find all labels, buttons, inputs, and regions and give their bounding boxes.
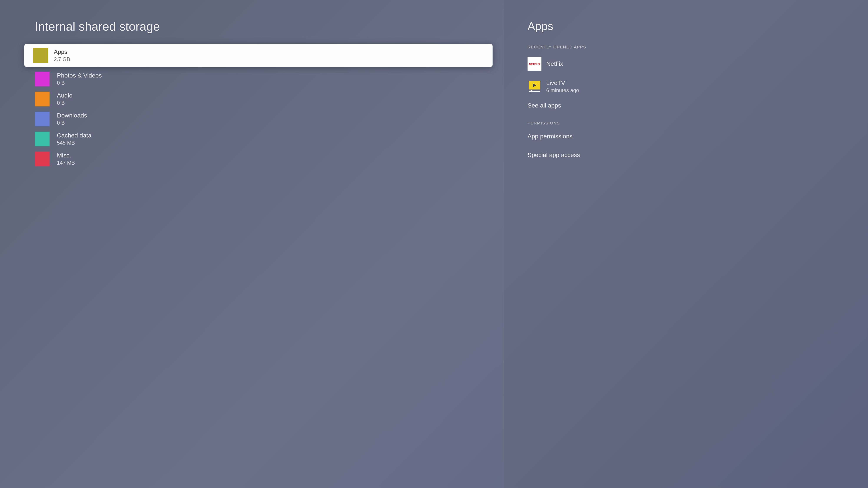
- recent-app-netflix[interactable]: NETFLIX Netflix: [528, 57, 859, 71]
- color-swatch-audio: [35, 92, 50, 106]
- recent-app-livetv[interactable]: LiveTV 6 minutes ago: [528, 79, 859, 93]
- permissions-header: Permissions: [528, 121, 859, 126]
- storage-value: 147 MB: [57, 160, 75, 166]
- storage-label: Downloads: [57, 112, 87, 119]
- special-app-access-link[interactable]: Special app access: [528, 152, 859, 159]
- storage-label: Cached data: [57, 132, 91, 139]
- netflix-icon: NETFLIX: [528, 57, 541, 71]
- storage-list: Apps 2.7 GB Photos & Videos 0 B Audio 0 …: [35, 44, 495, 167]
- storage-value: 545 MB: [57, 140, 91, 146]
- apps-title: Apps: [528, 20, 859, 33]
- app-permissions-link[interactable]: App permissions: [528, 133, 859, 140]
- storage-item-misc[interactable]: Misc. 147 MB: [35, 151, 495, 167]
- storage-panel: Internal shared storage Apps 2.7 GB Phot…: [0, 0, 503, 488]
- svg-point-4: [530, 90, 532, 92]
- storage-item-cached-data[interactable]: Cached data 545 MB: [35, 131, 495, 147]
- color-swatch-apps: [33, 48, 48, 63]
- app-subtitle: 6 minutes ago: [546, 87, 579, 93]
- apps-panel: Apps Recently opened apps NETFLIX Netfli…: [503, 0, 868, 488]
- storage-label: Misc.: [57, 152, 75, 159]
- storage-label: Photos & Videos: [57, 72, 102, 79]
- livetv-icon: [528, 79, 541, 93]
- color-swatch-downloads: [35, 111, 50, 126]
- storage-value: 0 B: [57, 100, 72, 106]
- color-swatch-misc: [35, 152, 50, 166]
- color-swatch-photos: [35, 72, 50, 87]
- storage-item-downloads[interactable]: Downloads 0 B: [35, 111, 495, 127]
- storage-label: Audio: [57, 92, 72, 99]
- page-title: Internal shared storage: [35, 20, 495, 33]
- see-all-apps-link[interactable]: See all apps: [528, 102, 859, 109]
- svg-text:NETFLIX: NETFLIX: [529, 63, 540, 66]
- storage-value: 0 B: [57, 120, 87, 126]
- storage-item-photos-videos[interactable]: Photos & Videos 0 B: [35, 71, 495, 87]
- storage-label: Apps: [54, 48, 70, 55]
- app-name: LiveTV: [546, 79, 579, 87]
- recently-opened-header: Recently opened apps: [528, 45, 859, 50]
- color-swatch-cached: [35, 132, 50, 147]
- storage-item-audio[interactable]: Audio 0 B: [35, 91, 495, 107]
- storage-item-apps[interactable]: Apps 2.7 GB: [24, 44, 493, 67]
- storage-value: 0 B: [57, 80, 102, 86]
- storage-value: 2.7 GB: [54, 56, 70, 62]
- app-name: Netflix: [546, 60, 563, 67]
